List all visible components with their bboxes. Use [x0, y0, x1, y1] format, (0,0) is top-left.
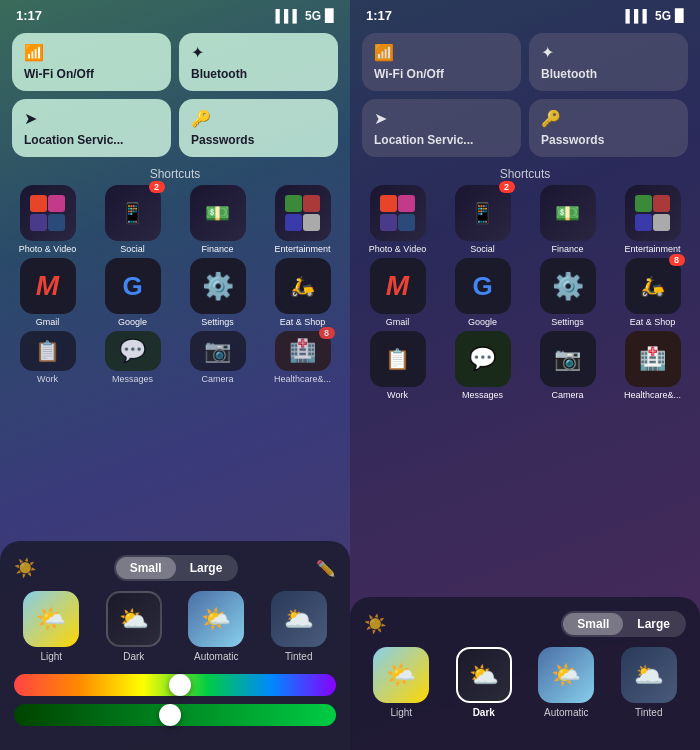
location-tile-right[interactable]: ➤ Location Servic...: [362, 99, 521, 157]
edit-icon-left[interactable]: ✏️: [316, 559, 336, 578]
app-settings-right[interactable]: ⚙️ Settings: [528, 258, 607, 327]
app-google-left[interactable]: G Google: [93, 258, 172, 327]
passwords-label-right: Passwords: [541, 133, 676, 147]
shortcuts-label-right: Shortcuts: [350, 163, 700, 185]
signal-bars-left: ▌▌▌: [275, 9, 301, 23]
theme-light-label-left: Light: [40, 651, 62, 662]
app-camera-left[interactable]: 📷 Camera: [178, 331, 257, 384]
size-small-right[interactable]: Small: [563, 613, 623, 635]
messages-icon-left: 💬: [119, 338, 146, 364]
bluetooth-tile-left[interactable]: ✦ Bluetooth: [179, 33, 338, 91]
app-health-label-right: Healthcare&...: [624, 390, 681, 400]
bluetooth-icon-left: ✦: [191, 43, 326, 62]
app-health-right[interactable]: 🏥 Healthcare&...: [613, 331, 692, 400]
theme-tinted-box-right: 🌥️: [621, 647, 677, 703]
theme-light-left[interactable]: 🌤️ Light: [14, 591, 89, 662]
location-tile-left[interactable]: ➤ Location Servic...: [12, 99, 171, 157]
app-social-right[interactable]: 📱 2 Social: [443, 185, 522, 254]
app-finance-left[interactable]: 💵 Finance: [178, 185, 257, 254]
status-bar-left: 1:17 ▌▌▌ 5G ▉: [0, 0, 350, 27]
wifi-tile-left[interactable]: 📶 Wi-Fi On/Off: [12, 33, 171, 91]
google-g-icon-left: G: [122, 271, 142, 302]
eatshop-icon-right: 🛵: [640, 274, 665, 298]
time-left: 1:17: [16, 8, 42, 23]
app-google-right[interactable]: G Google: [443, 258, 522, 327]
app-gmail-right[interactable]: M Gmail: [358, 258, 437, 327]
wifi-label-right: Wi-Fi On/Off: [374, 67, 509, 81]
theme-light-right[interactable]: 🌤️ Light: [364, 647, 439, 718]
left-phone-screen: 1:17 ▌▌▌ 5G ▉ 📶 Wi-Fi On/Off ✦ Bluetooth…: [0, 0, 350, 750]
theme-tinted-box-left: 🌥️: [271, 591, 327, 647]
color-track-left[interactable]: [14, 674, 336, 696]
weather-auto-icon-left: 🌤️: [201, 605, 231, 633]
color-thumb-left[interactable]: [169, 674, 191, 696]
color-slider-left[interactable]: [14, 674, 336, 696]
app-work-label-right: Work: [387, 390, 408, 400]
theme-tinted-right[interactable]: 🌥️ Tinted: [612, 647, 687, 718]
app-messages-left[interactable]: 💬 Messages: [93, 331, 172, 384]
passwords-tile-left[interactable]: 🔑 Passwords: [179, 99, 338, 157]
right-phone-screen: 1:17 ▌▌▌ 5G ▉ 📶 Wi-Fi On/Off ✦ Bluetooth…: [350, 0, 700, 750]
size-toggle-right[interactable]: Small Large: [561, 611, 686, 637]
app-entertainment-right[interactable]: Entertainment: [613, 185, 692, 254]
theme-light-box-right: 🌤️: [373, 647, 429, 703]
theme-auto-label-right: Automatic: [544, 707, 588, 718]
camera-icon-left: 📷: [204, 338, 231, 364]
app-settings-left[interactable]: ⚙️ Settings: [178, 258, 257, 327]
app-entertainment-left[interactable]: Entertainment: [263, 185, 342, 254]
app-eatshop-left[interactable]: 🛵 Eat & Shop: [263, 258, 342, 327]
theme-tinted-left[interactable]: 🌥️ Tinted: [262, 591, 337, 662]
app-settings-label-right: Settings: [551, 317, 584, 327]
app-eatshop-right[interactable]: 🛵 8 Eat & Shop: [613, 258, 692, 327]
app-health-left[interactable]: 🏥 8 Healthcare&...: [263, 331, 342, 384]
size-large-left[interactable]: Large: [176, 557, 237, 579]
theme-light-box-left: 🌤️: [23, 591, 79, 647]
theme-dark-left[interactable]: ⛅ Dark: [97, 591, 172, 662]
app-grid-row3-right: 📋 Work 💬 Messages 📷 Camera 🏥 Healthcare&…: [350, 331, 700, 400]
health-badge-left: 8: [319, 327, 335, 339]
bottom-panel-right: ☀️ Small Large 🌤️ Light ⛅ Dark: [350, 597, 700, 750]
finance-icon-left: 💵: [205, 201, 230, 225]
app-social-label-left: Social: [120, 244, 145, 254]
green-slider-left[interactable]: [14, 704, 336, 726]
app-social-left[interactable]: 📱 2 Social: [93, 185, 172, 254]
size-large-right[interactable]: Large: [623, 613, 684, 635]
app-work-right[interactable]: 📋 Work: [358, 331, 437, 400]
app-gmail-label-left: Gmail: [36, 317, 60, 327]
app-settings-label-left: Settings: [201, 317, 234, 327]
finance-icon-right: 💵: [555, 201, 580, 225]
app-camera-right[interactable]: 📷 Camera: [528, 331, 607, 400]
app-finance-right[interactable]: 💵 Finance: [528, 185, 607, 254]
app-messages-right[interactable]: 💬 Messages: [443, 331, 522, 400]
size-small-left[interactable]: Small: [116, 557, 176, 579]
location-label-left: Location Servic...: [24, 133, 159, 147]
app-grid-row2-right: M Gmail G Google ⚙️ Settings 🛵 8 Eat & S…: [350, 258, 700, 327]
wifi-tile-right[interactable]: 📶 Wi-Fi On/Off: [362, 33, 521, 91]
brightness-icon-right: ☀️: [364, 613, 386, 635]
work-icon-right: 📋: [385, 347, 410, 371]
bottom-panel-left: ☀️ Small Large ✏️ 🌤️ Light ⛅ Dark: [0, 541, 350, 750]
wifi-label-left: Wi-Fi On/Off: [24, 67, 159, 81]
app-work-label-left: Work: [37, 374, 58, 384]
passwords-tile-right[interactable]: 🔑 Passwords: [529, 99, 688, 157]
social-badge-right: 2: [499, 181, 515, 193]
weather-dark-icon-left: ⛅: [119, 605, 149, 633]
green-track-left[interactable]: [14, 704, 336, 726]
bluetooth-icon-right: ✦: [541, 43, 676, 62]
messages-icon-right: 💬: [469, 346, 496, 372]
bluetooth-tile-right[interactable]: ✦ Bluetooth: [529, 33, 688, 91]
app-photo-video-left[interactable]: Photo & Video: [8, 185, 87, 254]
app-photo-video-right[interactable]: Photo & Video: [358, 185, 437, 254]
theme-dark-right[interactable]: ⛅ Dark: [447, 647, 522, 718]
app-messages-label-right: Messages: [462, 390, 503, 400]
size-toggle-left[interactable]: Small Large: [114, 555, 239, 581]
green-thumb-left[interactable]: [159, 704, 181, 726]
weather-auto-icon-right: 🌤️: [551, 661, 581, 689]
theme-auto-left[interactable]: 🌤️ Automatic: [179, 591, 254, 662]
theme-auto-right[interactable]: 🌤️ Automatic: [529, 647, 604, 718]
location-icon-right: ➤: [374, 109, 509, 128]
app-work-left[interactable]: 📋 Work: [8, 331, 87, 384]
app-camera-label-left: Camera: [201, 374, 233, 384]
app-gmail-left[interactable]: M Gmail: [8, 258, 87, 327]
theme-dark-label-right: Dark: [473, 707, 495, 718]
